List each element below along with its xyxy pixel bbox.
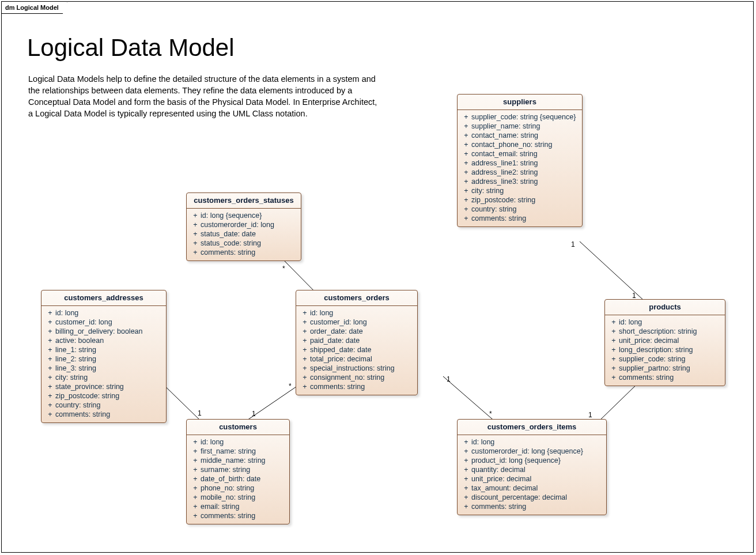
attribute-row: +email: string xyxy=(190,502,286,511)
attribute-row: +active: boolean xyxy=(45,336,162,345)
attribute-text: zip_postcode: string xyxy=(55,391,162,401)
attribute-text: supplier_code: string {sequence} xyxy=(471,112,579,122)
attribute-text: date_of_birth: date xyxy=(201,474,286,484)
attribute-text: customer_id: long xyxy=(55,318,162,327)
mult-coi-right-1: 1 xyxy=(588,411,592,419)
attribute-row: +address_line2: string xyxy=(461,168,579,177)
attribute-text: surname: string xyxy=(201,465,286,474)
attribute-text: address_line2: string xyxy=(471,168,579,177)
attribute-text: order_date: date xyxy=(310,327,414,336)
diagram-description: Logical Data Models help to define the d… xyxy=(28,73,380,119)
attribute-row: +mobile_no: string xyxy=(190,493,286,502)
entity-title: customers_orders_statuses xyxy=(187,193,301,209)
attribute-text: comments: string xyxy=(201,511,286,520)
visibility-public-icon: + xyxy=(45,354,55,364)
attribute-text: discount_percentage: decimal xyxy=(471,493,603,502)
attribute-text: city: string xyxy=(55,373,162,382)
visibility-public-icon: + xyxy=(461,112,471,122)
attribute-row: +zip_postcode: string xyxy=(45,391,162,401)
entity-customers-orders-statuses[interactable]: customers_orders_statuses+id: long {sequ… xyxy=(186,192,301,261)
attribute-row: +short_description: strinig xyxy=(608,327,721,336)
visibility-public-icon: + xyxy=(461,195,471,205)
entity-customers-orders[interactable]: customers_orders+id: long+customer_id: l… xyxy=(296,290,418,395)
attribute-row: +city: string xyxy=(45,373,162,382)
attribute-text: id: long xyxy=(619,318,721,327)
attribute-text: id: long {sequence} xyxy=(201,211,297,220)
attribute-text: contact_name: string xyxy=(471,131,579,140)
attribute-text: quantity: decimal xyxy=(471,465,603,474)
attribute-text: line_1: string xyxy=(55,345,162,354)
attribute-text: address_line1: string xyxy=(471,158,579,168)
visibility-public-icon: + xyxy=(45,308,55,318)
visibility-public-icon: + xyxy=(45,373,55,382)
attribute-row: +country: string xyxy=(461,205,579,214)
attribute-list: +id: long+customer_id: long+order_date: … xyxy=(296,306,417,395)
attribute-row: +surname: string xyxy=(190,465,286,474)
attribute-row: +customerorder_id: long {sequence} xyxy=(461,447,603,456)
attribute-row: +state_province: string xyxy=(45,382,162,391)
attribute-row: +phone_no: string xyxy=(190,484,286,493)
entity-products[interactable]: products+id: long+short_description: str… xyxy=(604,299,725,386)
mult-supp-bottom-1: 1 xyxy=(571,240,575,248)
attribute-text: contact_email: string xyxy=(471,149,579,158)
entity-customers[interactable]: customers+id: long+first_name: string+mi… xyxy=(186,419,290,524)
visibility-public-icon: + xyxy=(45,327,55,336)
attribute-row: +comments: string xyxy=(461,502,603,511)
attribute-text: comments: string xyxy=(55,410,162,419)
attribute-text: id: long xyxy=(55,308,162,318)
attribute-text: comments: string xyxy=(201,248,297,257)
visibility-public-icon: + xyxy=(461,502,471,511)
visibility-public-icon: + xyxy=(45,336,55,345)
attribute-text: active: boolean xyxy=(55,336,162,345)
visibility-public-icon: + xyxy=(300,336,310,345)
attribute-text: billing_or_delivery: boolean xyxy=(55,327,162,336)
visibility-public-icon: + xyxy=(190,465,201,474)
visibility-public-icon: + xyxy=(190,229,201,239)
mult-coi-left-star: * xyxy=(489,410,492,418)
visibility-public-icon: + xyxy=(300,382,310,391)
attribute-row: +unit_price: decimal xyxy=(608,336,721,345)
visibility-public-icon: + xyxy=(461,437,471,447)
attribute-row: +date_of_birth: date xyxy=(190,474,286,484)
attribute-row: +total_price: decimal xyxy=(300,354,414,364)
attribute-row: +supplier_name: string xyxy=(461,122,579,131)
svg-line-3 xyxy=(443,376,496,422)
mult-cust-top-1: 1 xyxy=(252,410,256,418)
visibility-public-icon: + xyxy=(461,149,471,158)
attribute-text: special_instructions: string xyxy=(310,364,414,373)
entity-title: customers_addresses xyxy=(41,290,166,306)
attribute-list: +id: long+short_description: strinig+uni… xyxy=(605,315,725,386)
attribute-row: +comments: string xyxy=(190,511,286,520)
visibility-public-icon: + xyxy=(45,345,55,354)
attribute-row: +id: long xyxy=(190,437,286,447)
visibility-public-icon: + xyxy=(608,345,619,354)
attribute-text: id: long xyxy=(310,308,414,318)
entity-customers-addresses[interactable]: customers_addresses+id: long+customer_id… xyxy=(41,290,167,423)
visibility-public-icon: + xyxy=(300,364,310,373)
visibility-public-icon: + xyxy=(608,354,619,364)
attribute-row: +status_code: string xyxy=(190,239,297,248)
attribute-text: phone_no: string xyxy=(201,484,286,493)
visibility-public-icon: + xyxy=(608,364,619,373)
attribute-text: unit_price: decimal xyxy=(471,474,603,484)
mult-cos-star: * xyxy=(282,265,285,273)
entity-customers-orders-items[interactable]: customers_orders_items+id: long+customer… xyxy=(457,419,607,515)
attribute-text: status_date: date xyxy=(201,229,297,239)
visibility-public-icon: + xyxy=(190,248,201,257)
attribute-row: +address_line1: string xyxy=(461,158,579,168)
attribute-text: consignment_no: string xyxy=(310,373,414,382)
visibility-public-icon: + xyxy=(461,158,471,168)
attribute-row: +id: long xyxy=(461,437,603,447)
attribute-text: country: string xyxy=(471,205,579,214)
attribute-row: +line_2: string xyxy=(45,354,162,364)
attribute-row: +order_date: date xyxy=(300,327,414,336)
visibility-public-icon: + xyxy=(190,447,201,456)
attribute-text: customer_id: long xyxy=(310,318,414,327)
mult-prod-top-1: 1 xyxy=(632,292,636,300)
entity-suppliers[interactable]: suppliers+supplier_code: string {sequenc… xyxy=(457,94,583,227)
attribute-text: supplier_code: string xyxy=(619,354,721,364)
attribute-row: +id: long xyxy=(300,308,414,318)
svg-line-4 xyxy=(598,383,638,422)
visibility-public-icon: + xyxy=(190,220,201,229)
attribute-row: +contact_name: string xyxy=(461,131,579,140)
